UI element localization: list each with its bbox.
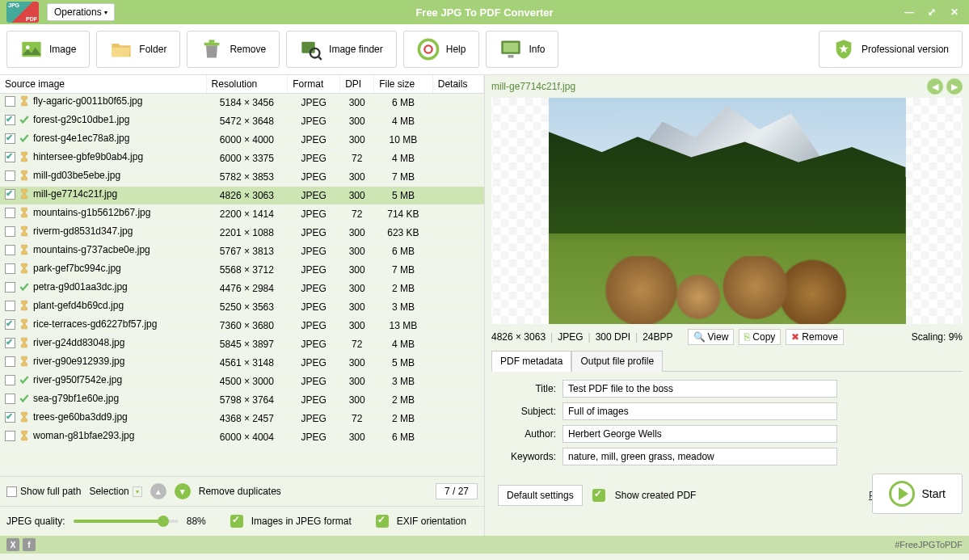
hourglass-icon [19,356,30,367]
row-checkbox[interactable] [5,319,15,330]
row-checkbox[interactable] [5,226,15,237]
show-full-path-toggle[interactable]: Show full path [6,486,81,497]
operations-menu[interactable]: Operations [47,3,115,21]
table-row[interactable]: river-g90e912939.jpg4561 × 3148JPEG3005 … [0,354,484,373]
add-folder-button[interactable]: Folder [96,31,180,68]
copy-button[interactable]: ⎘Copy [739,329,781,345]
scaling-label: Scaling: 9% [912,331,963,343]
close-icon[interactable]: ✕ [946,4,963,20]
row-checkbox[interactable] [5,356,15,367]
row-checkbox[interactable] [5,301,15,311]
table-row[interactable]: fly-agaric-g0011b0f65.jpg5184 × 3456JPEG… [0,94,484,112]
remove-preview-button[interactable]: ✖Remove [786,329,844,345]
col-source[interactable]: Source image [0,75,206,94]
author-input[interactable] [562,425,837,443]
keywords-input[interactable] [562,448,837,465]
remove-button[interactable]: Remove [187,31,280,68]
twitter-icon[interactable]: X [6,538,19,551]
table-row[interactable]: park-gef7bc994c.jpg5568 × 3712JPEG3007 M… [0,261,484,280]
view-button[interactable]: 🔍View [688,329,735,345]
minimize-icon[interactable]: — [901,4,917,20]
ready-icon [19,281,30,293]
metadata-form: Title: Subject: Author: Keywords: [491,372,963,478]
next-image-button[interactable]: ▶ [946,78,963,95]
table-row[interactable]: woman-g81bfae293.jpg6000 × 4004JPEG3006 … [0,428,484,447]
table-row[interactable]: river-g950f7542e.jpg4500 × 3000JPEG3003 … [0,373,484,391]
hourglass-icon [19,225,30,237]
row-checkbox[interactable] [5,152,15,162]
col-filesize[interactable]: File size [374,75,433,94]
facebook-icon[interactable]: f [23,538,36,551]
magnifier-icon: 🔍 [693,331,706,343]
file-table: Source image Resolution Format DPI File … [0,75,484,447]
trash-icon [200,38,223,61]
row-checkbox[interactable] [5,282,15,293]
table-row[interactable]: sea-g79bf1e60e.jpg5798 × 3764JPEG3002 MB [0,391,484,410]
selection-counter: 7 / 27 [436,483,478,499]
col-resolution[interactable]: Resolution [206,75,288,94]
table-row[interactable]: river-g24dd83048.jpg5845 × 3897JPEG724 M… [0,335,484,354]
table-row[interactable]: mountains-g737acbe0e.jpg5767 × 3813JPEG3… [0,242,484,261]
row-checkbox[interactable] [5,115,15,125]
table-row[interactable]: trees-ge60ba3dd9.jpg4368 × 2457JPEG722 M… [0,410,484,428]
exif-checkbox[interactable] [376,515,389,528]
row-checkbox[interactable] [5,431,15,441]
table-row[interactable]: plant-gefd4b69cd.jpg5250 × 3563JPEG3003 … [0,298,484,317]
svg-point-1 [26,45,30,49]
info-button[interactable]: Info [486,31,558,68]
file-name: riverm-gd8531d347.jpg [33,225,133,237]
table-row[interactable]: mountains-g1b5612b67.jpg2200 × 1414JPEG7… [0,205,484,224]
subject-input[interactable] [562,402,837,420]
row-checkbox[interactable] [5,171,15,181]
row-checkbox[interactable] [5,96,15,107]
table-row[interactable]: petra-g9d01aa3dc.jpg4476 × 2984JPEG3002 … [0,280,484,298]
row-checkbox[interactable] [5,375,15,385]
table-row[interactable]: mill-gd03be5ebe.jpg5782 × 3853JPEG3007 M… [0,168,484,187]
search-icon [300,38,322,61]
row-checkbox[interactable] [5,245,15,255]
col-details[interactable]: Details [432,75,483,94]
show-created-pdf-checkbox[interactable] [592,489,605,502]
file-name: sea-g79bf1e60e.jpg [33,393,119,404]
app-logo-icon [6,2,39,23]
table-row[interactable]: mill-ge7714c21f.jpg4826 × 3063JPEG3005 M… [0,187,484,205]
selection-menu[interactable]: Selection▾ [89,486,141,497]
prev-image-button[interactable]: ◀ [927,78,943,95]
professional-version-button[interactable]: Professional version [819,31,963,68]
title-input[interactable] [562,380,837,398]
jpeg-quality-slider[interactable] [74,520,179,523]
row-checkbox[interactable] [5,412,15,423]
row-checkbox[interactable] [5,394,15,404]
table-row[interactable]: forest-g4e1ec78a8.jpg6000 × 4000JPEG3001… [0,131,484,149]
col-dpi[interactable]: DPI [340,75,374,94]
move-down-button[interactable]: ▼ [175,483,191,499]
file-name: mill-ge7714c21f.jpg [33,188,117,200]
row-checkbox[interactable] [5,263,15,274]
images-jpeg-checkbox[interactable] [230,515,243,528]
table-row[interactable]: riverm-gd8531d347.jpg2201 × 1088JPEG3006… [0,224,484,242]
remove-duplicates-button[interactable]: Remove duplicates [199,486,281,497]
tab-pdf-metadata[interactable]: PDF metadata [491,351,571,372]
table-row[interactable]: rice-terraces-gd6227bf57.jpg7360 × 3680J… [0,317,484,335]
file-name: hintersee-gbfe9b0ab4.jpg [33,151,143,162]
add-image-button[interactable]: Image [6,31,90,68]
title-label: Title: [499,383,556,394]
app-title: Free JPG To PDF Converter [415,6,553,19]
row-checkbox[interactable] [5,133,15,144]
maximize-icon[interactable]: ⤢ [924,4,940,20]
table-row[interactable]: hintersee-gbfe9b0ab4.jpg6000 × 3375JPEG7… [0,149,484,168]
help-button[interactable]: Help [403,31,480,68]
file-name: mill-gd03be5ebe.jpg [33,170,120,181]
image-finder-button[interactable]: Image finder [286,31,397,68]
folder-icon [110,38,133,61]
row-checkbox[interactable] [5,338,15,348]
table-row[interactable]: forest-g29c10dbe1.jpg5472 × 3648JPEG3004… [0,112,484,131]
tab-output-profile[interactable]: Output file profile [571,351,663,372]
start-button[interactable]: Start [872,474,963,514]
move-up-button[interactable]: ▲ [150,483,166,499]
col-format[interactable]: Format [288,75,340,94]
file-name: mountains-g737acbe0e.jpg [33,244,150,255]
row-checkbox[interactable] [5,208,15,218]
svg-point-8 [424,45,432,53]
row-checkbox[interactable] [5,189,15,200]
